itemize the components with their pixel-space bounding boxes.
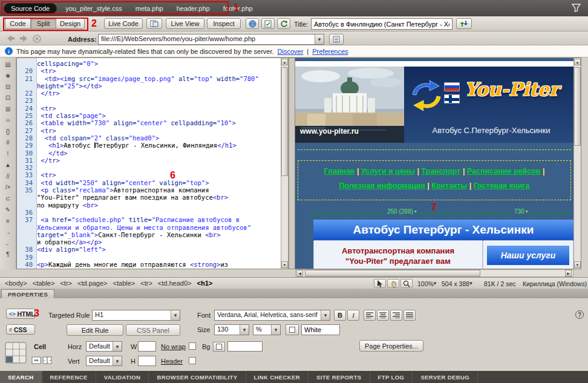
select-tool-icon[interactable] — [374, 279, 386, 288]
panel-tab-site-reports[interactable]: SITE REPORTS — [309, 371, 370, 383]
remove-comment-icon[interactable]: /× — [2, 183, 15, 193]
site-page-heading[interactable]: Автобус Петербург - Хельсинки — [313, 220, 573, 240]
code-line[interactable]: <tr> — [37, 171, 281, 178]
cell-height-field[interactable] — [138, 356, 156, 366]
code-line[interactable]: <td><img src="images/page_top.png" alt="… — [37, 75, 281, 82]
wrap-tag-icon[interactable]: ⊂ — [2, 194, 15, 204]
check-browser-compatibility-icon[interactable] — [246, 18, 259, 29]
file-tab[interactable]: you_piter_style.css — [65, 5, 122, 12]
code-line[interactable]: <td class="page"> — [37, 112, 281, 119]
live-view-button[interactable]: Live View — [166, 18, 204, 29]
code-line[interactable]: <table width="730" align="center" cellpa… — [37, 119, 281, 126]
code-line[interactable]: height="25"></td> — [37, 82, 281, 90]
code-vertical-scrollbar[interactable] — [281, 57, 289, 269]
vert-combo[interactable]: Default — [86, 356, 122, 366]
address-combo[interactable]: file:///E|/WebServers/home/you-piter/www… — [98, 34, 324, 45]
code-line[interactable] — [37, 209, 281, 216]
indent-code-icon[interactable]: → — [2, 228, 15, 238]
tag-selector-item[interactable]: <table> — [33, 280, 55, 287]
site-nav-link[interactable]: Гостевая книга — [474, 182, 530, 190]
panel-tab-server-debug[interactable]: SERVER DEBUG — [413, 371, 478, 383]
document-title-input[interactable] — [311, 18, 452, 30]
code-line[interactable]: и обратно</a></p> — [37, 238, 281, 246]
html-mode-button[interactable]: <> HTML — [6, 309, 35, 319]
code-line[interactable]: <tr> — [37, 67, 281, 74]
panel-tab-browser-compatibility[interactable]: BROWSER COMPATIBILITY — [149, 371, 246, 383]
move-convert-css-icon[interactable]: ≡ — [2, 216, 15, 226]
design-view-button[interactable]: Design — [56, 18, 85, 29]
no-wrap-checkbox[interactable] — [189, 342, 196, 350]
tag-selector-item[interactable]: <body> — [5, 280, 27, 287]
tag-selector-item[interactable]: <tr> — [140, 280, 152, 287]
size-combo[interactable]: 130 — [214, 324, 249, 335]
cell-width-field[interactable] — [138, 341, 156, 352]
combo-arrow-icon[interactable] — [113, 342, 122, 351]
edit-rule-button[interactable]: Edit Rule — [67, 324, 123, 336]
split-cell-icon[interactable] — [42, 356, 52, 365]
code-line[interactable]: <a href="schedule.php" title="Расписание… — [37, 216, 281, 223]
code-line[interactable]: </tr> — [37, 157, 281, 164]
live-code-button[interactable]: Live Code — [104, 18, 143, 29]
bg-color-field[interactable] — [227, 341, 263, 352]
code-line[interactable] — [37, 254, 281, 261]
combo-arrow-icon[interactable] — [171, 310, 180, 320]
panel-tab-search[interactable]: SEARCH — [0, 371, 42, 383]
syntax-error-alerts-icon[interactable]: ▲ — [2, 160, 15, 171]
targeted-rule-combo[interactable]: H1 — [92, 310, 180, 321]
discover-link[interactable]: Discover — [278, 48, 304, 55]
design-hscroll-thumb[interactable] — [305, 270, 480, 277]
code-line[interactable]: <tr> — [37, 127, 281, 134]
code-line[interactable]: target="_blank">Санкт-Петербург - Хельси… — [37, 231, 281, 238]
apply-comment-icon[interactable]: // — [2, 171, 15, 182]
bg-color-swatch[interactable] — [213, 342, 225, 352]
code-line[interactable] — [37, 97, 281, 104]
table-width-menu[interactable]: 730 — [512, 208, 531, 215]
site-nav-link[interactable]: Услуги и цены — [361, 167, 415, 175]
highlight-invalid-code-icon[interactable]: ! — [2, 149, 15, 159]
code-view-button[interactable]: Code — [5, 18, 30, 29]
split-view-divider[interactable] — [289, 57, 295, 269]
design-vertical-scrollbar[interactable] — [573, 57, 581, 269]
code-view-pane[interactable]: cellspacing="0">20 <tr>21 <td><img src="… — [16, 57, 281, 269]
scroll-down-icon[interactable] — [281, 261, 288, 268]
site-nav-link[interactable]: Контакты — [431, 182, 467, 190]
design-horizontal-scrollbar[interactable] — [295, 269, 573, 277]
file-tab[interactable]: footer.php — [223, 5, 253, 12]
help-icon[interactable] — [575, 310, 584, 319]
scroll-down-icon[interactable] — [574, 261, 581, 268]
stop-icon[interactable] — [33, 34, 41, 44]
properties-tab[interactable]: PROPERTIES — [1, 289, 54, 298]
bold-button[interactable]: B — [334, 310, 346, 321]
text-color-swatch[interactable] — [286, 324, 299, 335]
address-value[interactable]: file:///E|/WebServers/home/you-piter/www… — [99, 34, 315, 44]
code-line[interactable]: Хельсинки и обратно. Цены и места отправ… — [37, 224, 281, 231]
code-line[interactable]: </td> — [37, 149, 281, 157]
split-view-button[interactable]: Split — [30, 18, 56, 29]
code-line[interactable]: <div align="left"> — [37, 246, 281, 253]
site-promo-cell[interactable]: Автотранспортная компания "You-Piter" пр… — [313, 240, 483, 269]
balance-braces-icon[interactable]: {} — [2, 126, 15, 137]
page-properties-button[interactable]: Page Properties... — [359, 340, 423, 352]
tag-selector-item[interactable]: <tr> — [60, 280, 72, 287]
code-scroll-thumb[interactable] — [281, 67, 288, 176]
scroll-up-icon[interactable] — [574, 59, 581, 65]
outdent-code-icon[interactable]: ← — [2, 238, 15, 249]
open-documents-icon[interactable]: ▤ — [2, 59, 15, 70]
header-checkbox[interactable] — [189, 357, 196, 364]
combo-arrow-icon[interactable] — [321, 310, 330, 320]
align-right-icon[interactable] — [390, 310, 402, 321]
forward-icon[interactable] — [19, 34, 28, 44]
filter-related-files-icon[interactable] — [572, 4, 581, 12]
align-center-icon[interactable] — [377, 310, 389, 321]
inspect-button[interactable]: Inspect — [207, 18, 241, 29]
collapse-full-tag-icon[interactable]: ⊟ — [2, 82, 15, 92]
align-left-icon[interactable] — [364, 310, 376, 321]
tag-selector-item[interactable]: <td.head0> — [158, 280, 192, 287]
line-numbers-icon[interactable]: # — [2, 138, 15, 148]
refresh-design-view-icon[interactable] — [277, 18, 290, 29]
site-nav-link[interactable]: Главная — [324, 167, 355, 175]
show-code-navigator-icon[interactable]: ◈ — [2, 71, 15, 81]
horz-combo[interactable]: Default — [86, 341, 122, 352]
hand-tool-icon[interactable] — [387, 279, 399, 288]
scroll-right-icon[interactable] — [565, 270, 572, 277]
